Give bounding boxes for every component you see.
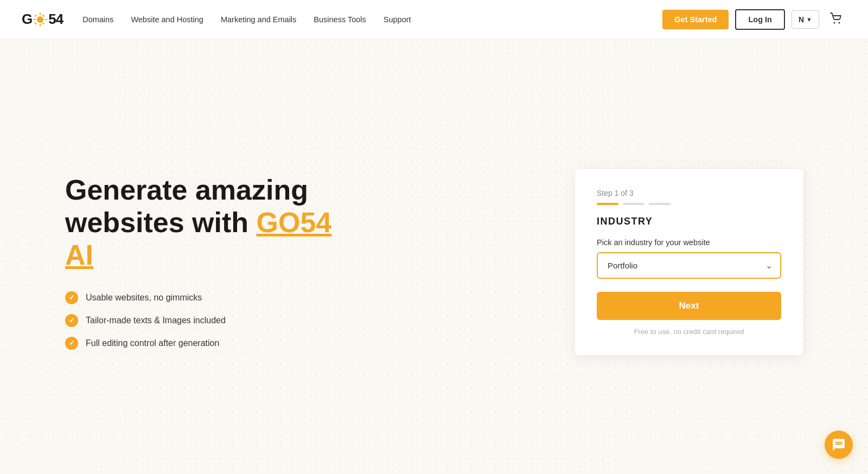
- nav-link-domains[interactable]: Domains: [82, 15, 113, 24]
- svg-rect-6: [42, 14, 45, 17]
- step-dot-2: [623, 203, 644, 205]
- svg-rect-8: [42, 22, 44, 24]
- chat-icon: [832, 438, 846, 452]
- step-dot-3: [649, 203, 671, 205]
- cart-icon: [829, 11, 843, 25]
- svg-rect-2: [40, 24, 41, 27]
- svg-rect-7: [35, 22, 37, 24]
- navbar: G 54 Domains Website and: [0, 0, 868, 39]
- next-button[interactable]: Next: [597, 292, 781, 320]
- nav-link-business-tools[interactable]: Business Tools: [314, 15, 366, 24]
- svg-point-10: [839, 22, 840, 23]
- nav-link-marketing-emails[interactable]: Marketing and Emails: [221, 15, 296, 24]
- cart-button[interactable]: [826, 8, 846, 31]
- check-icon-1: [65, 291, 78, 304]
- svg-rect-3: [33, 19, 36, 20]
- nav-links: Domains Website and Hosting Marketing an…: [82, 15, 411, 24]
- svg-rect-5: [34, 14, 37, 17]
- industry-select-wrapper: Portfolio Business E-commerce Blog Resta…: [597, 252, 781, 279]
- logo-go: G: [22, 11, 32, 28]
- step-dot-1: [597, 203, 618, 205]
- feature-text-3: Full editing control after generation: [86, 338, 219, 348]
- check-icon-3: [65, 337, 78, 350]
- feature-item-1: Usable websites, no gimmicks: [65, 291, 347, 304]
- hero-section: Generate amazingwebsites with GO54 AI Us…: [65, 174, 347, 349]
- hero-title: Generate amazingwebsites with GO54 AI: [65, 174, 347, 271]
- nav-link-website-hosting[interactable]: Website and Hosting: [131, 15, 203, 24]
- svg-point-9: [834, 22, 835, 23]
- check-icon-2: [65, 314, 78, 327]
- feature-text-1: Usable websites, no gimmicks: [86, 293, 202, 303]
- industry-select[interactable]: Portfolio Business E-commerce Blog Resta…: [597, 252, 781, 279]
- get-started-button[interactable]: Get Started: [662, 10, 729, 29]
- chevron-down-icon: ▼: [806, 16, 812, 23]
- login-button[interactable]: Log In: [735, 9, 785, 30]
- svg-point-0: [37, 16, 43, 23]
- feature-text-2: Tailor-made texts & Images included: [86, 316, 226, 325]
- svg-rect-1: [40, 12, 41, 15]
- language-selector[interactable]: N ▼: [792, 10, 819, 29]
- lang-code: N: [799, 15, 804, 24]
- free-label: Free to use, no credit card required: [597, 328, 781, 336]
- feature-list: Usable websites, no gimmicks Tailor-made…: [65, 291, 347, 350]
- main-content: Generate amazingwebsites with GO54 AI Us…: [0, 39, 868, 474]
- chat-bubble-button[interactable]: [825, 431, 853, 459]
- form-field-label: Pick an industry for your website: [597, 238, 781, 247]
- step-label: Step 1 of 3: [597, 189, 781, 197]
- step-dots: [597, 203, 781, 205]
- logo[interactable]: G 54: [22, 11, 63, 28]
- nav-left: G 54 Domains Website and: [22, 11, 411, 28]
- logo-54: 54: [48, 11, 63, 28]
- svg-rect-4: [44, 19, 47, 20]
- logo-rays-icon: [33, 12, 48, 27]
- nav-right: Get Started Log In N ▼: [662, 8, 846, 31]
- industry-form-panel: Step 1 of 3 INDUSTRY Pick an industry fo…: [575, 169, 803, 355]
- form-section-title: INDUSTRY: [597, 216, 781, 227]
- feature-item-2: Tailor-made texts & Images included: [65, 314, 347, 327]
- nav-link-support[interactable]: Support: [384, 15, 411, 24]
- feature-item-3: Full editing control after generation: [65, 337, 347, 350]
- hero-title-accent: GO54 AI: [65, 207, 331, 271]
